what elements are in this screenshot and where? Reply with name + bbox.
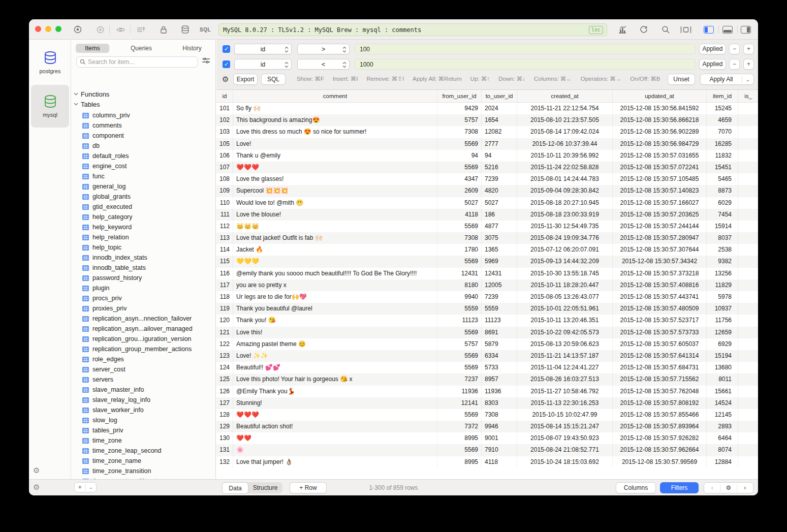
cell-is_[interactable] [738,409,758,421]
cell-is_[interactable] [738,315,758,326]
sidebar-table-item[interactable]: time_zone_leap_second [72,446,215,456]
cell-is_[interactable] [738,268,758,279]
eye-icon[interactable] [115,24,126,35]
cell-comment[interactable]: 🌸 [233,444,437,456]
cell-item_id[interactable]: 2538 [707,244,738,256]
sidebar-table-item[interactable]: password_history [72,273,215,283]
cell-comment[interactable]: ❤️❤️❤️ [233,162,437,173]
cell-created_at[interactable]: 2015-09-04 09:28:30.842 [517,185,613,197]
cell-item_id[interactable]: 5465 [707,173,738,185]
cell-updated_at[interactable]: 2015-12-08 15:30:57.072241 [613,162,707,173]
cell-to_user_id[interactable]: 5879 [482,338,517,350]
cell-from_user_id[interactable]: 12141 [437,397,482,409]
cell-is_[interactable] [738,338,758,350]
cell-id[interactable]: 111 [216,209,233,221]
cell-id[interactable]: 114 [216,244,233,256]
cell-to_user_id[interactable]: 7239 [482,291,517,303]
cell-item_id[interactable]: 5978 [707,291,738,303]
cell-updated_at[interactable]: 2015-12-08 15:30:57.99569 [613,456,707,468]
filter-column-select[interactable]: id [234,59,292,70]
cell-updated_at[interactable]: 2015-12-08 15:30:57.280947 [613,232,707,244]
table-row[interactable]: 113Love that jacket! Outfit is fab 🙌🏻730… [216,232,758,244]
cell-to_user_id[interactable]: 12005 [482,279,517,291]
cell-item_id[interactable]: 15661 [707,386,738,397]
cell-comment[interactable]: Beautiful!! 💕💕 [233,362,437,373]
table-row[interactable]: 110Would love to! @mith 😬502750272015-08… [216,197,758,209]
settings-gear-icon[interactable]: ⚙ [33,466,40,475]
cell-item_id[interactable]: 15451 [707,162,738,173]
cell-is_[interactable] [738,138,758,150]
cell-from_user_id[interactable]: 12431 [437,268,482,279]
queue-icon[interactable] [135,24,146,35]
search-icon[interactable] [660,24,671,35]
table-row[interactable]: 102This background is amazing😍5757165420… [216,114,758,126]
cell-to_user_id[interactable]: 9946 [482,421,517,432]
cell-item_id[interactable]: 14524 [707,397,738,409]
cell-updated_at[interactable]: 2015-12-08 15:30:57.605037 [613,338,707,350]
table-row[interactable]: 127Stunning!1214183032015-11-13 22:30:16… [216,397,758,409]
cell-from_user_id[interactable]: 5757 [437,114,482,126]
cell-created_at[interactable]: 2015-11-30 12:54:49.735 [517,221,613,232]
cell-to_user_id[interactable]: 5969 [482,256,517,267]
cell-from_user_id[interactable]: 5569 [437,327,482,338]
table-row[interactable]: 129Beautiful action shot!737299462015-08… [216,421,758,432]
cell-id[interactable]: 120 [216,315,233,326]
cell-item_id[interactable]: 2893 [707,421,738,432]
sql-button[interactable]: SQL [261,74,286,85]
cell-comment[interactable]: Jacket 🔥 [233,244,437,256]
sidebar-table-item[interactable]: slave_master_info [72,385,215,395]
cell-comment[interactable]: Ur legs are to die for🙌💖 [233,291,437,303]
cell-updated_at[interactable]: 2015-12-08 15:30:56.841592 [613,103,707,114]
cell-created_at[interactable]: 2015-09-13 14:44:32.209 [517,256,613,267]
cell-id[interactable]: 122 [216,338,233,350]
filter-column-select[interactable]: id [234,44,292,54]
cell-from_user_id[interactable]: 11123 [437,315,482,326]
cell-created_at[interactable]: 2015-08-18 20:27:10.945 [517,197,613,209]
cell-item_id[interactable]: 6029 [707,197,738,209]
connection-postgres[interactable]: postgres [31,41,69,84]
cell-comment[interactable]: you are so pretty x [233,279,437,291]
cell-item_id[interactable]: 6464 [707,432,738,444]
cell-comment[interactable]: Love that jacket! Outfit is fab 🙌🏻 [233,232,437,244]
table-row[interactable]: 119Thank you beautiful @laurel5559555920… [216,303,758,315]
cell-created_at[interactable]: 2015-08-18 23:00:33.919 [517,209,613,221]
table-row[interactable]: 107❤️❤️❤️556952162015-11-24 22:02:58.828… [216,162,758,173]
cell-updated_at[interactable]: 2015-12-08 15:30:57.480509 [613,303,707,315]
cell-comment[interactable]: Love the blouse! [233,209,437,221]
add-filter-button[interactable]: + [743,59,754,70]
cell-comment[interactable]: @Emily Thank you💃 [233,386,437,397]
cell-from_user_id[interactable]: 9940 [437,291,482,303]
cell-to_user_id[interactable]: 9001 [482,432,517,444]
refresh-icon[interactable] [638,24,649,35]
cell-from_user_id[interactable]: 7237 [437,373,482,385]
cell-id[interactable]: 124 [216,362,233,373]
table-row[interactable]: 106Thank u @emily94942015-10-11 20:39:56… [216,150,758,162]
cell-item_id[interactable]: 11829 [707,279,738,291]
cell-comment[interactable]: Beautiful action shot! [233,421,437,432]
cell-updated_at[interactable]: 2015-12-08 15:30:57.244144 [613,221,707,232]
cell-created_at[interactable]: 2015-10-11 13:20:46.351 [517,315,613,326]
cell-item_id[interactable]: 12659 [707,327,738,338]
cell-to_user_id[interactable]: 12431 [482,268,517,279]
cell-updated_at[interactable]: 2015-12-08 15:30:56.866218 [613,114,707,126]
cell-comment[interactable]: Love the glasses! [233,173,437,185]
cell-is_[interactable] [738,162,758,173]
filter-checkbox[interactable]: ✓ [223,45,230,53]
table-row[interactable]: 125Love this photo! Your hair is gorgeou… [216,373,758,385]
cell-comment[interactable]: This background is amazing😍 [233,114,437,126]
cell-comment[interactable]: Love this! [233,327,437,338]
table-row[interactable]: 130❤️❤️899590012015-08-07 19:43:50.92320… [216,432,758,444]
cell-updated_at[interactable]: 2015-12-08 15:30:57.105485 [613,173,707,185]
cell-updated_at[interactable]: 2015-12-08 15:30:57.523717 [613,315,707,326]
search-input[interactable]: Search for item... [76,56,198,68]
cell-id[interactable]: 126 [216,386,233,397]
cell-updated_at[interactable]: 2015-12-08 15:30:57.203625 [613,209,707,221]
cell-comment[interactable]: Would love to! @mith 😬 [233,197,437,209]
cell-item_id[interactable]: 4659 [707,114,738,126]
cell-is_[interactable] [738,456,758,468]
cell-created_at[interactable]: 2015-11-21 14:13:57.187 [517,350,613,362]
cell-updated_at[interactable]: 2015-12-08 15:30:56.984729 [613,138,707,150]
cell-to_user_id[interactable]: 5559 [482,303,517,315]
table-row[interactable]: 103Love this dress so much 😍 so nice for… [216,126,758,138]
sidebar-table-item[interactable]: servers [72,374,215,385]
